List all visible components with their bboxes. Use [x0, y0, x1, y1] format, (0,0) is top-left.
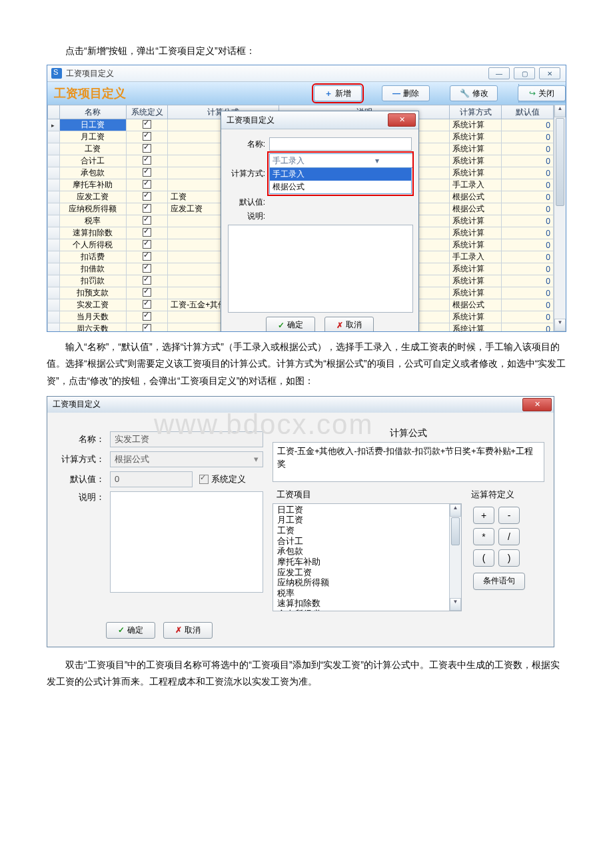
- list-item[interactable]: 日工资: [277, 505, 446, 516]
- lbl2-desc: 说明：: [57, 491, 105, 503]
- checkbox-icon: [143, 216, 151, 225]
- checkbox-icon: [143, 144, 151, 153]
- operator-button[interactable]: /: [498, 528, 520, 545]
- checkbox-icon: [143, 288, 151, 297]
- checkbox-icon: [143, 156, 151, 165]
- lbl-default: 默认值:: [228, 197, 265, 208]
- lbl-name: 名称:: [228, 139, 265, 150]
- operator-button[interactable]: ): [498, 549, 520, 567]
- formula-textarea[interactable]: 工资-五金+其他收入-扣话费-扣借款-扣罚款+节日奖+车费补贴+工程奖: [273, 442, 544, 482]
- close-icon[interactable]: ✕: [539, 67, 560, 79]
- add-button[interactable]: ＋新增: [314, 85, 362, 101]
- checkbox-icon: [143, 240, 151, 249]
- scroll-up-icon[interactable]: ▲: [554, 105, 566, 117]
- lbl-method: 计算方式:: [228, 168, 265, 179]
- operator-button[interactable]: *: [473, 528, 494, 545]
- condition-button[interactable]: 条件语句: [473, 573, 525, 590]
- scroll-up-icon[interactable]: ▲: [450, 504, 461, 517]
- list-item[interactable]: 应纳税所得额: [277, 578, 446, 589]
- checkbox-icon: [143, 192, 151, 201]
- proj-scrollbar[interactable]: ▲ ▼: [449, 504, 461, 611]
- list-item[interactable]: 月工资: [277, 515, 446, 526]
- lbl2-name: 名称：: [57, 433, 105, 445]
- operator-button[interactable]: (: [473, 549, 494, 567]
- sysdef-checkbox: [199, 475, 209, 484]
- checkbox-icon: [143, 120, 151, 129]
- scroll-thumb[interactable]: [556, 118, 564, 206]
- end-text: 双击“工资项目”中的工资项目名称可将选中的“工资项目”添加到“实发工资”的计算公…: [47, 657, 566, 690]
- scroll-down-icon[interactable]: ▼: [450, 598, 461, 611]
- list-item[interactable]: 合计工: [277, 537, 446, 547]
- ok-button[interactable]: ✓确定: [266, 317, 315, 331]
- dialog2-close-icon[interactable]: ✕: [522, 398, 552, 411]
- dialog-close-icon[interactable]: ✕: [388, 113, 416, 127]
- col-method[interactable]: 计算方式: [450, 105, 502, 119]
- dialog-title: 工资项目定义: [227, 115, 388, 126]
- edit-icon: 🔧: [460, 89, 470, 98]
- app-icon: [51, 68, 62, 79]
- list-item[interactable]: 税率: [277, 589, 446, 599]
- window-title: 工资项目定义: [66, 68, 488, 79]
- combo-opt-manual[interactable]: 手工录入: [270, 168, 411, 181]
- checkbox-icon: [143, 132, 151, 141]
- dialog-salary-def-mini: 工资项目定义 ✕ 名称: 计算方式: 手工录入▾ 手工录入 根据公式: [221, 111, 419, 331]
- titlebar: 工资项目定义 — ▢ ✕: [47, 65, 566, 82]
- list-item[interactable]: 承包款: [277, 547, 446, 557]
- checkbox-icon: [143, 300, 151, 309]
- desc-textarea[interactable]: [228, 225, 413, 313]
- minimize-icon[interactable]: —: [488, 67, 510, 79]
- maximize-icon[interactable]: ▢: [514, 67, 535, 79]
- default-field-ro: 0: [110, 471, 193, 487]
- project-listbox[interactable]: 日工资月工资工资合计工承包款摩托车补助应发工资应纳税所得额税率速算扣除数个人所得…: [273, 503, 462, 611]
- col-default[interactable]: 默认值: [502, 105, 554, 119]
- checkbox-icon: [143, 180, 151, 189]
- vertical-scrollbar[interactable]: ▲ ▼: [554, 105, 566, 331]
- col-sys[interactable]: 系统定义: [126, 105, 167, 119]
- subhead-formula: 计算公式: [273, 427, 544, 439]
- dialog2-title: 工资项目定义: [53, 399, 520, 410]
- list-item[interactable]: 应发工资: [277, 568, 446, 579]
- x-icon: ✗: [336, 321, 343, 330]
- grid-area: 名称 系统定义 计算公式 说明 计算方式 默认值 日工资系统计算0月工资系统计算…: [47, 105, 566, 331]
- edit-button[interactable]: 🔧修改: [450, 85, 498, 101]
- close-button[interactable]: ↪关闭: [518, 85, 566, 101]
- delete-button[interactable]: —删除: [382, 85, 430, 101]
- dialog-salary-def-full: www.bdocx.com 工资项目定义 ✕ 名称： 实发工资 计算方式： 根据…: [47, 396, 554, 647]
- dialog2-titlebar: 工资项目定义 ✕: [47, 397, 554, 413]
- checkbox-icon: [143, 204, 151, 213]
- chevron-down-icon: ▾: [341, 156, 412, 165]
- checkbox-icon: [143, 168, 151, 177]
- method-combo[interactable]: 手工录入▾ 手工录入 根据公式: [269, 153, 412, 194]
- lbl2-method: 计算方式：: [57, 453, 105, 465]
- combo-opt-formula[interactable]: 根据公式: [270, 181, 411, 193]
- check-icon: ✓: [278, 321, 285, 330]
- scroll-down-icon[interactable]: ▼: [554, 319, 566, 331]
- lbl-sysdef: 系统定义: [211, 473, 246, 485]
- ok-button2[interactable]: ✓确定: [106, 622, 155, 639]
- list-item[interactable]: 个人所得税: [277, 609, 446, 611]
- plus-icon: ＋: [324, 88, 332, 99]
- checkbox-icon: [143, 264, 151, 273]
- intro-text: 点击“新增”按钮，弹出“工资项目定义”对话框：: [47, 43, 566, 59]
- checkbox-icon: [143, 324, 151, 332]
- cancel-button[interactable]: ✗取消: [324, 317, 374, 331]
- desc-textarea2[interactable]: [110, 491, 263, 593]
- list-item[interactable]: 速算扣除数: [277, 599, 446, 609]
- list-item[interactable]: 工资: [277, 526, 446, 537]
- window-salary-def: 工资项目定义 — ▢ ✕ 工资项目定义 ＋新增 —删除 🔧修改 ↪关闭: [47, 65, 566, 332]
- cancel-button2[interactable]: ✗取消: [163, 622, 213, 639]
- scroll-thumb[interactable]: [451, 517, 460, 545]
- mid-text: 输入“名称”，“默认值”，选择“计算方式”（手工录入或根据公式），选择手工录入，…: [47, 339, 566, 389]
- name-field[interactable]: [269, 137, 412, 151]
- operator-button[interactable]: +: [473, 507, 494, 524]
- method-combo-list: 手工录入 根据公式: [269, 168, 412, 194]
- lbl-desc: 说明:: [228, 211, 265, 222]
- checkbox-icon: [143, 312, 151, 321]
- close-door-icon: ↪: [529, 89, 536, 98]
- list-item[interactable]: 摩托车补助: [277, 557, 446, 568]
- checkbox-icon: [143, 276, 151, 285]
- chevron-down-icon: ▾: [254, 454, 259, 464]
- col-name[interactable]: 名称: [59, 105, 126, 119]
- operator-button[interactable]: -: [498, 507, 520, 524]
- method-field-ro: 根据公式 ▾: [110, 451, 263, 467]
